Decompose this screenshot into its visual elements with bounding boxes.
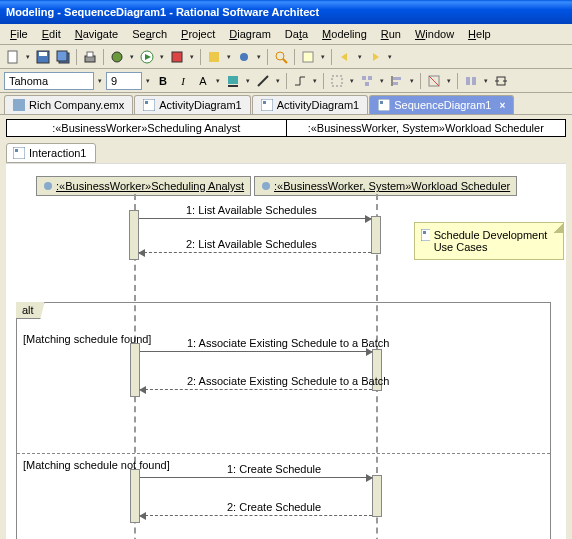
activation-bar[interactable] <box>372 475 382 517</box>
tool-a-dropdown[interactable]: ▾ <box>225 48 233 66</box>
lifeline-head-analyst[interactable]: :«BusinessWorker»Scheduling Analyst <box>36 176 251 196</box>
search-button[interactable] <box>272 48 290 66</box>
menu-search[interactable]: Search <box>126 26 173 42</box>
close-icon[interactable]: × <box>499 100 505 111</box>
debug-button[interactable] <box>108 48 126 66</box>
print-button[interactable] <box>81 48 99 66</box>
diagram-canvas[interactable]: :«BusinessWorker»Scheduling Analyst :«Bu… <box>6 163 566 539</box>
message-arrow[interactable] <box>140 477 372 478</box>
message-arrow[interactable] <box>139 218 371 219</box>
note-text: Schedule Development Use Cases <box>434 229 557 253</box>
align-dropdown[interactable]: ▾ <box>408 72 416 90</box>
forward-dropdown[interactable]: ▾ <box>386 48 394 66</box>
save-all-button[interactable] <box>54 48 72 66</box>
lifeline-head-scheduler[interactable]: :«BusinessWorker, System»Workload Schedu… <box>254 176 517 196</box>
router-dropdown[interactable]: ▾ <box>311 72 319 90</box>
message-arrow[interactable] <box>140 351 372 352</box>
menu-run[interactable]: Run <box>375 26 407 42</box>
save-button[interactable] <box>34 48 52 66</box>
lifeline-icon <box>261 181 271 191</box>
message-label: 1: Associate Existing Schedule to a Batc… <box>187 337 389 349</box>
hide-button[interactable] <box>425 72 443 90</box>
menu-window[interactable]: Window <box>409 26 460 42</box>
line-color-button[interactable] <box>254 72 272 90</box>
font-color-button[interactable]: A <box>194 72 212 90</box>
svg-rect-22 <box>368 76 372 80</box>
message-arrow-reply[interactable] <box>140 389 372 390</box>
tab-activity-2[interactable]: ActivityDiagram1 <box>252 95 369 114</box>
diagram-icon <box>143 99 155 111</box>
hide-dropdown[interactable]: ▾ <box>445 72 453 90</box>
same-size-button[interactable] <box>462 72 480 90</box>
run-button[interactable] <box>138 48 156 66</box>
debug-dropdown[interactable]: ▾ <box>128 48 136 66</box>
window-titlebar: Modeling - SequenceDiagram1 - Rational S… <box>0 0 572 24</box>
new-button[interactable] <box>4 48 22 66</box>
tab-activity-1[interactable]: ActivityDiagram1 <box>134 95 251 114</box>
back-button[interactable] <box>336 48 354 66</box>
select-dropdown[interactable]: ▾ <box>348 72 356 90</box>
svg-marker-17 <box>373 53 379 61</box>
message-arrow-reply[interactable] <box>139 252 371 253</box>
tool-b-dropdown[interactable]: ▾ <box>255 48 263 66</box>
editor-tabs: Rich Company.emx ActivityDiagram1 Activi… <box>0 93 572 115</box>
back-dropdown[interactable]: ▾ <box>356 48 364 66</box>
menu-project[interactable]: Project <box>175 26 221 42</box>
svg-rect-0 <box>8 51 17 63</box>
svg-rect-2 <box>39 52 47 56</box>
tab-label: ActivityDiagram1 <box>159 99 242 111</box>
same-size-dropdown[interactable]: ▾ <box>482 72 490 90</box>
svg-rect-23 <box>365 82 369 86</box>
menu-file[interactable]: File <box>4 26 34 42</box>
menu-navigate[interactable]: Navigate <box>69 26 124 42</box>
svg-rect-37 <box>378 99 390 111</box>
note-box[interactable]: Schedule Development Use Cases <box>414 222 564 260</box>
italic-button[interactable]: I <box>174 72 192 90</box>
run-dropdown[interactable]: ▾ <box>158 48 166 66</box>
message-arrow-reply[interactable] <box>140 515 372 516</box>
menu-edit[interactable]: Edit <box>36 26 67 42</box>
menu-modeling[interactable]: Modeling <box>316 26 373 42</box>
size-dropdown[interactable]: ▾ <box>144 72 152 90</box>
activation-bar[interactable] <box>371 216 381 254</box>
arrange-dropdown[interactable]: ▾ <box>378 72 386 90</box>
font-combo[interactable]: Tahoma <box>4 72 94 90</box>
tab-label: Rich Company.emx <box>29 99 124 111</box>
guard-condition: [Matching schedule not found] <box>23 459 170 471</box>
tool-note[interactable] <box>299 48 317 66</box>
window-title: Modeling - SequenceDiagram1 - Rational S… <box>6 6 319 18</box>
tool-note-dropdown[interactable]: ▾ <box>319 48 327 66</box>
select-button[interactable] <box>328 72 346 90</box>
svg-rect-20 <box>332 76 342 86</box>
message-label: 2: Create Schedule <box>227 501 321 513</box>
forward-button[interactable] <box>366 48 384 66</box>
bold-button[interactable]: B <box>154 72 172 90</box>
arrange-button[interactable] <box>358 72 376 90</box>
size-combo[interactable]: 9 <box>106 72 142 90</box>
menu-data[interactable]: Data <box>279 26 314 42</box>
svg-rect-33 <box>143 99 155 111</box>
font-dropdown[interactable]: ▾ <box>96 72 104 90</box>
tab-sequence[interactable]: SequenceDiagram1 × <box>369 95 514 114</box>
svg-rect-18 <box>228 76 238 84</box>
svg-rect-25 <box>393 77 401 80</box>
font-color-dropdown[interactable]: ▾ <box>214 72 222 90</box>
tool-b[interactable] <box>235 48 253 66</box>
svg-rect-39 <box>13 147 25 159</box>
router-button[interactable] <box>291 72 309 90</box>
menu-help[interactable]: Help <box>462 26 497 42</box>
autosize-button[interactable] <box>492 72 510 90</box>
alt-fragment[interactable]: alt [Matching schedule found] 1: Associa… <box>16 302 551 539</box>
new-dropdown[interactable]: ▾ <box>24 48 32 66</box>
ext-tools-button[interactable] <box>168 48 186 66</box>
interaction-tab[interactable]: Interaction1 <box>6 143 96 163</box>
ext-tools-dropdown[interactable]: ▾ <box>188 48 196 66</box>
align-button[interactable] <box>388 72 406 90</box>
fill-color-button[interactable] <box>224 72 242 90</box>
menu-diagram[interactable]: Diagram <box>223 26 277 42</box>
tab-rich-company[interactable]: Rich Company.emx <box>4 95 133 114</box>
line-dropdown[interactable]: ▾ <box>274 72 282 90</box>
svg-rect-34 <box>145 101 148 104</box>
fill-dropdown[interactable]: ▾ <box>244 72 252 90</box>
tool-a[interactable] <box>205 48 223 66</box>
